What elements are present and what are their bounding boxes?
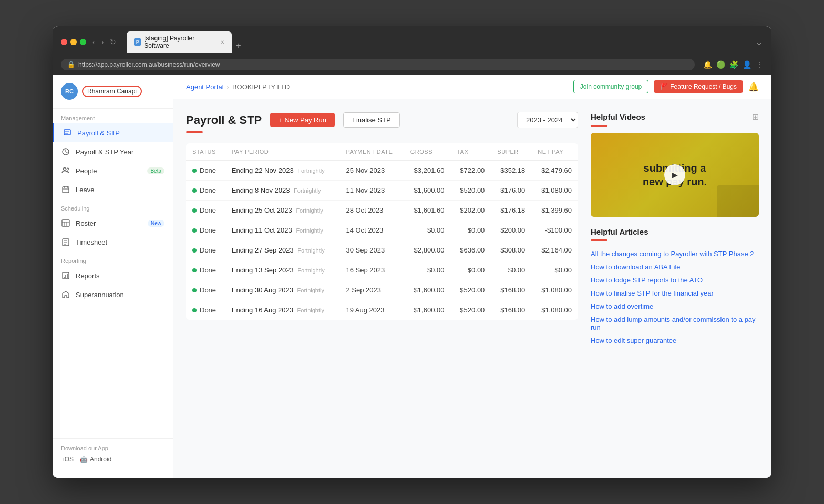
right-panel: Helpful Videos ⊞ submitting a new pay ru… [591, 112, 759, 347]
cell-net-pay: -$100.00 [531, 220, 578, 240]
feature-request-button[interactable]: 🚩 Feature Request / Bugs [654, 80, 743, 93]
breadcrumb-portal-link[interactable]: Agent Portal [186, 83, 224, 91]
breadcrumb: Agent Portal › BOOKIPI PTY LTD [186, 83, 290, 91]
bell-icon[interactable]: 🔔 [748, 82, 759, 92]
article-link[interactable]: How to add lump amounts and/or commissio… [591, 313, 759, 334]
browser-actions: 🔔 🟢 🧩 👤 ⋮ [703, 60, 763, 69]
article-link[interactable]: How to add overtime [591, 300, 759, 313]
tab-close-button[interactable]: ✕ [220, 39, 224, 45]
payroll-icon [63, 128, 72, 138]
play-button[interactable]: ▶ [664, 164, 685, 185]
cell-payment-date: 25 Nov 2023 [339, 161, 404, 181]
sidebar-item-leave[interactable]: Leave [53, 180, 173, 199]
table-row[interactable]: Done Ending 22 Nov 2023 Fortnightly 25 N… [186, 161, 578, 181]
new-pay-run-button[interactable]: + New Pay Run [270, 113, 335, 127]
sidebar-item-superannuation[interactable]: Superannuation [53, 285, 173, 304]
cell-net-pay: $1,080.00 [531, 280, 578, 300]
cell-tax: $520.00 [450, 300, 491, 320]
article-link[interactable]: How to edit super guarantee [591, 334, 759, 347]
cell-tax: $202.00 [450, 201, 491, 220]
maximize-window-button[interactable] [80, 39, 86, 45]
helpful-videos-title: Helpful Videos [591, 112, 645, 121]
article-link[interactable]: All the changes coming to Payroller with… [591, 247, 759, 260]
extension-icon-2[interactable]: 🧩 [729, 60, 738, 69]
video-thumbnail[interactable]: submitting a new pay run. ▶ [591, 133, 759, 217]
android-download-link[interactable]: 🤖 Android [80, 456, 111, 463]
android-icon: 🤖 [80, 456, 88, 463]
cell-super: $352.18 [491, 161, 531, 181]
breadcrumb-separator: › [227, 83, 229, 91]
more-options-icon[interactable]: ⌄ [755, 36, 763, 48]
cell-tax: $722.00 [450, 161, 491, 181]
status-dot [192, 169, 197, 173]
svg-point-5 [67, 168, 69, 170]
svg-rect-6 [63, 187, 69, 193]
table-row[interactable]: Done Ending 25 Oct 2023 Fortnightly 28 O… [186, 201, 578, 220]
helpful-videos-header: Helpful Videos ⊞ [591, 112, 759, 122]
cell-net-pay: $1,080.00 [531, 300, 578, 320]
cell-net-pay: $2,164.00 [531, 240, 578, 260]
management-section-label: Management [53, 109, 173, 123]
sidebar-item-roster[interactable]: Roster New [53, 214, 173, 233]
address-bar[interactable]: 🔒 https://app.payroller.com.au/business/… [61, 59, 695, 70]
cell-pay-period: Ending 30 Aug 2023 Fortnightly [225, 280, 340, 300]
new-tab-button[interactable]: + [232, 39, 245, 52]
article-link[interactable]: How to download an ABA File [591, 260, 759, 274]
back-button[interactable]: ‹ [90, 37, 97, 47]
articles-list: All the changes coming to Payroller with… [591, 247, 759, 347]
cell-payment-date: 11 Nov 2023 [339, 181, 404, 201]
url-text: https://app.payroller.com.au/business/ru… [78, 61, 220, 68]
sidebar-item-reports[interactable]: Reports [53, 266, 173, 285]
svg-rect-10 [62, 220, 69, 226]
sidebar-download: Download our App iOS 🤖 Android [53, 438, 173, 469]
close-window-button[interactable] [61, 39, 67, 45]
extension-icon-1[interactable]: 🟢 [716, 60, 725, 69]
people-icon [61, 166, 70, 175]
active-tab[interactable]: P [staging] Payroller Software ✕ [127, 32, 232, 52]
status-dot [192, 308, 197, 312]
cell-gross: $1,600.00 [404, 280, 451, 300]
sidebar-item-timesheet[interactable]: Timesheet [53, 233, 173, 251]
table-row[interactable]: Done Ending 13 Sep 2023 Fortnightly 16 S… [186, 260, 578, 280]
layout-icon[interactable]: ⊞ [752, 112, 759, 122]
tab-bar: P [staging] Payroller Software ✕ + [127, 32, 245, 52]
cell-gross: $0.00 [404, 260, 451, 280]
article-link[interactable]: How to finalise STP for the financial ye… [591, 287, 759, 300]
table-row[interactable]: Done Ending 16 Aug 2023 Fortnightly 19 A… [186, 300, 578, 320]
payroll-year-icon [61, 147, 70, 156]
col-status: STATUS [186, 143, 225, 161]
cell-payment-date: 14 Oct 2023 [339, 220, 404, 240]
cell-payment-date: 30 Sep 2023 [339, 240, 404, 260]
join-community-button[interactable]: Join community group [573, 80, 648, 93]
cell-pay-period: Ending 13 Sep 2023 Fortnightly [225, 260, 340, 280]
sidebar-item-people[interactable]: People Beta [53, 161, 173, 180]
table-row[interactable]: Done Ending 27 Sep 2023 Fortnightly 30 S… [186, 240, 578, 260]
cell-pay-period: Ending 25 Oct 2023 Fortnightly [225, 201, 340, 220]
table-row[interactable]: Done Ending 30 Aug 2023 Fortnightly 2 Se… [186, 280, 578, 300]
notification-icon[interactable]: 🔔 [703, 60, 712, 69]
status-dot [192, 288, 197, 292]
sidebar-item-payroll-stp-year[interactable]: Payroll & STP Year [53, 142, 173, 161]
cell-gross: $0.00 [404, 220, 451, 240]
minimize-window-button[interactable] [70, 39, 77, 45]
address-bar-row: 🔒 https://app.payroller.com.au/business/… [53, 57, 771, 75]
user-name-badge: Rhamram Canapi [82, 86, 142, 97]
refresh-button[interactable]: ↻ [108, 37, 118, 47]
menu-icon[interactable]: ⋮ [756, 60, 763, 69]
article-link[interactable]: How to lodge STP reports to the ATO [591, 274, 759, 287]
payroll-table: STATUS PAY PERIOD PAYMENT DATE GROSS TAX… [186, 143, 578, 320]
cell-status: Done [186, 220, 225, 240]
sidebar-item-payroll-stp[interactable]: Payroll & STP [53, 123, 173, 142]
cell-status: Done [186, 240, 225, 260]
table-row[interactable]: Done Ending 11 Oct 2023 Fortnightly 14 O… [186, 220, 578, 240]
title-underline [186, 131, 203, 133]
main-header: Agent Portal › BOOKIPI PTY LTD Join comm… [173, 75, 771, 99]
finalise-stp-button[interactable]: Finalise STP [343, 112, 400, 128]
cell-super: $168.00 [491, 300, 531, 320]
profile-icon[interactable]: 👤 [743, 60, 751, 69]
forward-button[interactable]: › [99, 37, 106, 47]
cell-pay-period: Ending 8 Nov 2023 Fortnightly [225, 181, 340, 201]
ios-download-link[interactable]: iOS [61, 456, 74, 463]
table-row[interactable]: Done Ending 8 Nov 2023 Fortnightly 11 No… [186, 181, 578, 201]
year-select[interactable]: 2023 - 2024 [517, 112, 578, 128]
